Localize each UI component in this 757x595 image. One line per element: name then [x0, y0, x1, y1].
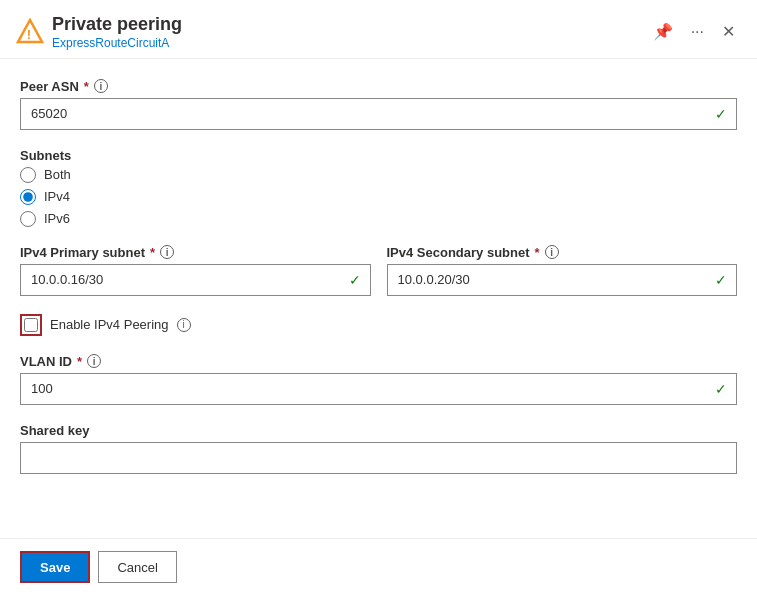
subnets-label: Subnets — [20, 148, 737, 163]
header-actions: 📌 ··· ✕ — [647, 18, 741, 45]
ipv4-primary-group: IPv4 Primary subnet * i 10.0.0.16/30 ✓ — [20, 245, 371, 296]
ipv4-secondary-select-wrapper: 10.0.0.20/30 ✓ — [387, 264, 738, 296]
enable-peering-row: Enable IPv4 Peering i — [20, 314, 737, 336]
vlan-id-group: VLAN ID * i 100 ✓ — [20, 354, 737, 405]
peer-asn-select-wrapper: 65020 ✓ — [20, 98, 737, 130]
cancel-button[interactable]: Cancel — [98, 551, 176, 583]
vlan-id-select[interactable]: 100 — [20, 373, 737, 405]
enable-peering-checkbox[interactable] — [24, 318, 38, 332]
subnet-both-option[interactable]: Both — [20, 167, 737, 183]
shared-key-group: Shared key — [20, 423, 737, 474]
subnet-ipv4-radio[interactable] — [20, 189, 36, 205]
dialog-footer: Save Cancel — [0, 538, 757, 595]
more-button[interactable]: ··· — [685, 19, 710, 45]
subnet-ipv6-label: IPv6 — [44, 211, 70, 226]
subnet-radio-group: Both IPv4 IPv6 — [20, 167, 737, 227]
private-peering-dialog: ! Private peering ExpressRouteCircuitA 📌… — [0, 0, 757, 595]
subnets-group: Subnets Both IPv4 IPv6 — [20, 148, 737, 227]
pin-icon: 📌 — [653, 22, 673, 41]
ipv4-secondary-select[interactable]: 10.0.0.20/30 — [387, 264, 738, 296]
shared-key-input[interactable] — [20, 442, 737, 474]
ipv4-primary-select-wrapper: 10.0.0.16/30 ✓ — [20, 264, 371, 296]
ipv4-secondary-info-icon[interactable]: i — [545, 245, 559, 259]
ipv4-primary-info-icon[interactable]: i — [160, 245, 174, 259]
dialog-subtitle: ExpressRouteCircuitA — [52, 36, 639, 50]
header-icon: ! — [16, 18, 44, 46]
subnet-ipv4-label: IPv4 — [44, 189, 70, 204]
enable-peering-label: Enable IPv4 Peering — [50, 317, 169, 332]
dialog-title: Private peering — [52, 14, 639, 36]
close-button[interactable]: ✕ — [716, 18, 741, 45]
close-icon: ✕ — [722, 22, 735, 41]
peer-asn-group: Peer ASN * i 65020 ✓ — [20, 79, 737, 130]
vlan-id-select-wrapper: 100 ✓ — [20, 373, 737, 405]
save-button[interactable]: Save — [20, 551, 90, 583]
vlan-id-label: VLAN ID * i — [20, 354, 737, 369]
subnet-fields-row: IPv4 Primary subnet * i 10.0.0.16/30 ✓ I… — [20, 245, 737, 314]
subnet-ipv6-radio[interactable] — [20, 211, 36, 227]
svg-text:!: ! — [27, 27, 31, 42]
pin-button[interactable]: 📌 — [647, 18, 679, 45]
dialog-body: Peer ASN * i 65020 ✓ Subnets Both — [0, 59, 757, 538]
ipv4-secondary-group: IPv4 Secondary subnet * i 10.0.0.20/30 ✓ — [387, 245, 738, 296]
shared-key-label: Shared key — [20, 423, 737, 438]
vlan-id-info-icon[interactable]: i — [87, 354, 101, 368]
peer-asn-select[interactable]: 65020 — [20, 98, 737, 130]
header-title-group: Private peering ExpressRouteCircuitA — [52, 14, 639, 50]
ipv4-secondary-label: IPv4 Secondary subnet * i — [387, 245, 738, 260]
ipv4-primary-label: IPv4 Primary subnet * i — [20, 245, 371, 260]
subnet-ipv4-option[interactable]: IPv4 — [20, 189, 737, 205]
ipv4-primary-select[interactable]: 10.0.0.16/30 — [20, 264, 371, 296]
subnet-both-radio[interactable] — [20, 167, 36, 183]
enable-peering-checkbox-wrapper[interactable] — [20, 314, 42, 336]
peer-asn-label: Peer ASN * i — [20, 79, 737, 94]
dialog-header: ! Private peering ExpressRouteCircuitA 📌… — [0, 0, 757, 59]
enable-peering-info-icon[interactable]: i — [177, 318, 191, 332]
subnet-ipv6-option[interactable]: IPv6 — [20, 211, 737, 227]
peer-asn-info-icon[interactable]: i — [94, 79, 108, 93]
more-icon: ··· — [691, 23, 704, 41]
subnet-both-label: Both — [44, 167, 71, 182]
